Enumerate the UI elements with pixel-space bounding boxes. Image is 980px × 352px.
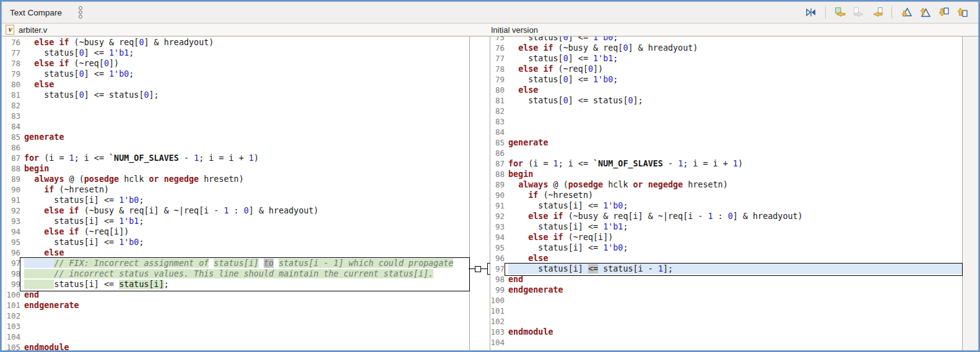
code-line[interactable]: 85generate — [2, 132, 469, 142]
code-line[interactable]: 88begin — [2, 163, 469, 174]
code-text[interactable]: else if (~busy & req[i] & ~|req[i - 1 : … — [24, 205, 469, 216]
code-text[interactable]: else if (~req[0]) — [24, 58, 469, 69]
code-line[interactable]: 76 else if (~busy & req[0] & hreadyout) — [490, 43, 963, 53]
code-text[interactable]: status[i] <= status[i]; — [24, 279, 469, 290]
code-text[interactable]: status[i] <= status[i - 1]; — [508, 264, 963, 274]
code-text[interactable]: else if (~busy & req[0] & hreadyout) — [24, 37, 469, 48]
previous-difference-icon[interactable] — [917, 5, 932, 20]
code-text[interactable]: end — [508, 274, 963, 285]
code-text[interactable]: else if (~req[i]) — [24, 226, 469, 237]
code-text[interactable]: if (~hresetn) — [24, 184, 469, 195]
code-line[interactable]: 83 — [490, 116, 963, 127]
code-line[interactable]: 102 — [490, 316, 963, 327]
next-change-icon[interactable] — [936, 5, 951, 20]
code-text[interactable]: status[0] <= status[0]; — [508, 95, 963, 106]
code-text[interactable] — [24, 111, 469, 121]
code-line[interactable]: 92 else if (~busy & req[i] & ~|req[i - 1… — [490, 211, 963, 221]
code-line[interactable]: 80 else — [490, 85, 963, 95]
code-text[interactable]: status[0] <= 1'b1; — [24, 48, 469, 58]
copy-all-from-right-to-left-icon[interactable] — [833, 5, 848, 20]
code-text[interactable] — [508, 116, 963, 127]
code-text[interactable]: endmodule — [508, 327, 963, 337]
code-line[interactable]: 77 status[0] <= 1'b1; — [2, 48, 469, 58]
code-text[interactable]: status[i] <= 1'b1; — [24, 216, 469, 226]
code-line[interactable]: 76 else if (~busy & req[0] & hreadyout) — [2, 37, 469, 48]
code-text[interactable]: // incorrect status values. This line sh… — [24, 268, 469, 279]
code-line[interactable]: 104 — [2, 332, 469, 342]
code-text[interactable]: else — [508, 253, 963, 264]
diff-connector-handle[interactable] — [475, 266, 481, 272]
code-text[interactable] — [24, 311, 469, 321]
code-line[interactable]: 93 status[i] <= 1'b1; — [490, 221, 963, 232]
code-line[interactable]: 99endgenerate — [490, 285, 963, 295]
code-text[interactable]: begin — [508, 169, 963, 179]
code-line[interactable]: 81 status[0] <= status[0]; — [490, 95, 963, 106]
code-line[interactable]: 103endmodule — [490, 327, 963, 337]
code-line[interactable]: 84 — [2, 121, 469, 132]
code-line[interactable]: 104 — [490, 337, 963, 348]
code-line[interactable]: 92 else if (~busy & req[i] & ~|req[i - 1… — [2, 205, 469, 216]
code-text[interactable] — [24, 100, 469, 111]
code-text[interactable] — [24, 321, 469, 332]
code-line[interactable]: 79 status[0] <= 1'b0; — [490, 74, 963, 85]
code-text[interactable]: generate — [508, 137, 963, 148]
code-line[interactable]: 101endgenerate — [2, 300, 469, 311]
code-line[interactable]: 99 status[i] <= status[i]; — [2, 279, 469, 290]
code-text[interactable]: status[0] <= 1'b0; — [508, 74, 963, 85]
view-menu-icon[interactable] — [77, 4, 84, 20]
code-text[interactable]: // FIX: Incorrect assignment of status[i… — [24, 258, 469, 268]
code-text[interactable]: else if (~busy & req[0] & hreadyout) — [508, 43, 963, 53]
swap-left-right-icon[interactable] — [804, 5, 818, 20]
code-line[interactable]: 78 else if (~req[0]) — [490, 64, 963, 74]
code-text[interactable]: endgenerate — [24, 300, 469, 311]
code-text[interactable]: else if (~req[0]) — [508, 64, 963, 74]
code-text[interactable]: status[0] <= 1'b0; — [24, 69, 469, 79]
code-line[interactable]: 103 — [2, 321, 469, 332]
code-text[interactable] — [508, 148, 963, 158]
code-line[interactable]: 80 else — [2, 79, 469, 90]
code-line[interactable]: 84 — [490, 127, 963, 137]
code-line[interactable]: 85generate — [490, 137, 963, 148]
code-text[interactable]: endmodule — [24, 342, 469, 350]
next-difference-icon[interactable] — [899, 5, 914, 20]
copy-current-change-from-right-to-left-icon[interactable] — [870, 5, 885, 20]
code-line[interactable]: 91 status[i] <= 1'b0; — [2, 195, 469, 205]
code-line[interactable]: 100end — [2, 290, 469, 300]
code-line[interactable]: 90 if (~hresetn) — [2, 184, 469, 195]
code-line[interactable]: 86 — [2, 142, 469, 153]
code-line[interactable]: 87for (i = 1; i <= `NUM_OF_SLAVES - 1; i… — [2, 153, 469, 163]
code-line[interactable]: 105endmodule — [2, 342, 469, 350]
code-text[interactable]: always @ (posedge hclk or negedge hreset… — [508, 179, 963, 190]
code-text[interactable]: else if (~req[i]) — [508, 232, 963, 243]
code-line[interactable]: 82 — [490, 106, 963, 116]
code-line[interactable]: 98 // incorrect status values. This line… — [2, 268, 469, 279]
code-line[interactable]: 96 else — [2, 247, 469, 258]
code-line[interactable]: 101 — [490, 306, 963, 316]
code-text[interactable]: if (~hresetn) — [508, 190, 963, 200]
code-line[interactable]: 89 always @ (posedge hclk or negedge hre… — [490, 179, 963, 190]
code-text[interactable] — [24, 142, 469, 153]
code-text[interactable]: status[i] <= 1'b0; — [508, 200, 963, 211]
code-line[interactable]: 78 else if (~req[0]) — [2, 58, 469, 69]
left-code-pane[interactable]: 76 else if (~busy & req[0] & hreadyout)7… — [2, 36, 470, 350]
code-text[interactable]: status[i] <= 1'b0; — [508, 243, 963, 253]
code-text[interactable]: status[0] <= 1'b1; — [508, 53, 963, 64]
code-text[interactable]: status[i] <= 1'b1; — [508, 221, 963, 232]
code-line[interactable]: 96 else — [490, 253, 963, 264]
code-text[interactable]: else if (~busy & req[i] & ~|req[i - 1 : … — [508, 211, 963, 221]
code-line[interactable]: 91 status[i] <= 1'b0; — [490, 200, 963, 211]
code-text[interactable]: end — [24, 290, 469, 300]
overview-ruler[interactable] — [962, 36, 978, 350]
code-text[interactable]: begin — [24, 163, 469, 174]
code-line[interactable]: 75 status[0] <= 1'b0; — [490, 36, 963, 43]
code-text[interactable]: endgenerate — [508, 285, 963, 295]
code-line[interactable]: 93 status[i] <= 1'b1; — [2, 216, 469, 226]
code-text[interactable]: generate — [24, 132, 469, 142]
code-line[interactable]: 82 — [2, 100, 469, 111]
code-line[interactable]: 94 else if (~req[i]) — [490, 232, 963, 243]
code-line[interactable]: 77 status[0] <= 1'b1; — [490, 53, 963, 64]
code-text[interactable] — [508, 306, 963, 316]
previous-change-icon[interactable] — [955, 5, 969, 20]
code-text[interactable] — [508, 316, 963, 327]
code-text[interactable]: else — [24, 247, 469, 258]
